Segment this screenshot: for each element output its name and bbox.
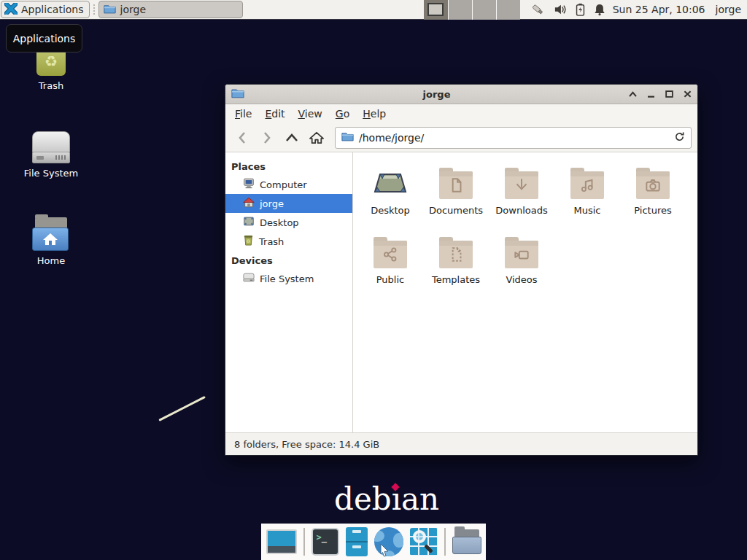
- sidebar-item-label: Computer: [260, 179, 307, 190]
- folder-item-label: Pictures: [634, 205, 671, 216]
- tooltip-text: Applications: [13, 33, 76, 44]
- removable-device-icon[interactable]: [530, 3, 545, 16]
- sidebar-item-file-system[interactable]: File System: [225, 269, 352, 288]
- workspace-2[interactable]: [448, 0, 472, 20]
- sidebar-item-desktop[interactable]: Desktop: [225, 213, 352, 232]
- bottom-dock: >_: [261, 524, 486, 560]
- reload-icon[interactable]: [674, 131, 685, 144]
- close-button[interactable]: [684, 90, 692, 98]
- menu-file[interactable]: File: [228, 105, 258, 122]
- sidebar-item-trash[interactable]: ♻Trash: [225, 232, 352, 251]
- drive-icon: [243, 273, 255, 284]
- folder-camera-icon: [636, 161, 670, 199]
- folder-item-documents[interactable]: Documents: [423, 161, 489, 230]
- desktop-icon-label: Home: [11, 255, 91, 266]
- sidebar-item-label: File System: [260, 273, 314, 284]
- workspace-pager[interactable]: [424, 0, 520, 20]
- sidebar-item-jorge[interactable]: jorge: [225, 194, 352, 213]
- applications-tooltip: Applications: [6, 24, 82, 52]
- up-button[interactable]: [281, 127, 303, 149]
- hard-drive-icon: [11, 122, 91, 163]
- workspace-4[interactable]: [496, 0, 520, 20]
- folder-item-pictures[interactable]: Pictures: [620, 161, 686, 230]
- system-tray: [530, 3, 605, 16]
- folder-item-templates[interactable]: Templates: [423, 230, 489, 300]
- folder-share-icon: [374, 230, 407, 268]
- applications-menu-button[interactable]: Applications: [1, 1, 90, 18]
- workspace-1[interactable]: [424, 0, 448, 20]
- top-panel: Applications jorge: [0, 0, 747, 20]
- folder-item-label: Public: [376, 274, 404, 285]
- forward-button[interactable]: [256, 127, 278, 149]
- sidebar-item-label: jorge: [260, 198, 284, 209]
- menu-go[interactable]: Go: [329, 105, 356, 122]
- window-folder-icon: [231, 88, 244, 101]
- statusbar: 8 folders, Free space: 14.4 GiB: [225, 432, 697, 455]
- menu-help[interactable]: Help: [356, 105, 392, 122]
- panel-clock[interactable]: Sun 25 Apr, 10:06: [613, 4, 705, 15]
- folder-item-label: Desktop: [371, 205, 410, 216]
- debian-wallpaper-logo: debıan: [334, 481, 439, 517]
- minimize-button[interactable]: [647, 91, 655, 98]
- desktop-icon-file-system[interactable]: File System: [11, 122, 91, 179]
- desktop-icon-label: Trash: [11, 80, 91, 91]
- home-icon: [243, 197, 255, 210]
- folder-item-label: Downloads: [495, 205, 547, 216]
- menu-edit[interactable]: Edit: [258, 105, 291, 122]
- notifications-bell-icon[interactable]: [594, 3, 605, 16]
- sidebar-places-header: Places: [225, 157, 352, 175]
- folder-item-public[interactable]: Public: [357, 230, 423, 300]
- sidebar: PlacesComputerjorgeDesktop♻TrashDevicesF…: [225, 152, 353, 432]
- dock-separator: [444, 528, 446, 556]
- desktop-special-icon: [371, 161, 409, 199]
- folder-music-icon: [570, 161, 604, 199]
- workspace-3[interactable]: [472, 0, 496, 20]
- tasklist-grip[interactable]: [91, 2, 97, 17]
- folder-document-icon: [439, 161, 473, 199]
- folder-item-downloads[interactable]: Downloads: [489, 161, 554, 230]
- panel-username[interactable]: jorge: [716, 4, 741, 15]
- folder-item-label: Videos: [506, 274, 537, 285]
- application-finder-icon[interactable]: [410, 528, 438, 556]
- folder-item-videos[interactable]: Videos: [489, 230, 554, 300]
- battery-icon[interactable]: [576, 3, 585, 16]
- folder-view[interactable]: DesktopDocumentsDownloadsMusicPicturesPu…: [353, 152, 697, 432]
- folder-item-desktop[interactable]: Desktop: [357, 161, 423, 230]
- maximize-button[interactable]: [665, 90, 673, 98]
- location-folder-icon: [341, 131, 354, 144]
- folder-arrow-down-icon: [505, 161, 538, 199]
- window-titlebar[interactable]: jorge: [225, 85, 697, 104]
- menu-view[interactable]: View: [292, 105, 329, 122]
- toolbar: /home/jorge/: [225, 123, 697, 152]
- sidebar-item-label: Desktop: [260, 217, 299, 228]
- trash-icon: ♻: [243, 235, 254, 248]
- home-button[interactable]: [306, 127, 328, 149]
- file-cabinet-icon[interactable]: [346, 527, 368, 556]
- taskbar-window-button[interactable]: jorge: [98, 1, 243, 18]
- folder-item-label: Documents: [429, 205, 483, 216]
- desktop-icon-home[interactable]: Home: [11, 210, 91, 266]
- sidebar-devices-header: Devices: [225, 251, 352, 269]
- wallpaper-stray-line: [158, 396, 206, 421]
- volume-icon[interactable]: [554, 4, 567, 15]
- directory-menu-icon[interactable]: [452, 529, 481, 554]
- folder-item-label: Music: [574, 205, 601, 216]
- sidebar-item-label: Trash: [259, 236, 284, 247]
- folder-item-music[interactable]: Music: [554, 161, 620, 230]
- file-manager-window: jorge FileEditViewGoHelp: [225, 84, 698, 456]
- sidebar-item-computer[interactable]: Computer: [225, 175, 352, 194]
- folder-video-icon: [505, 230, 538, 268]
- web-browser-icon[interactable]: [374, 527, 403, 556]
- location-path[interactable]: /home/jorge/: [359, 132, 669, 144]
- terminal-icon[interactable]: >_: [311, 528, 339, 556]
- cursor-arrow-icon: [379, 543, 390, 558]
- desktop-icon: [243, 216, 255, 229]
- location-bar[interactable]: /home/jorge/: [335, 127, 692, 149]
- show-desktop-icon[interactable]: [266, 529, 297, 554]
- home-folder-icon: [11, 210, 91, 251]
- applications-menu-label: Applications: [21, 4, 84, 15]
- shade-button[interactable]: [629, 91, 637, 98]
- back-button[interactable]: [231, 127, 253, 149]
- task-folder-icon: [104, 4, 116, 16]
- desktop-icon-label: File System: [11, 168, 91, 179]
